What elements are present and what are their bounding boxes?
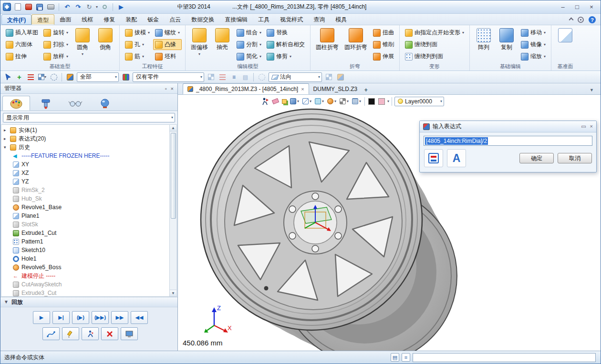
close-panel-icon[interactable]: ×: [171, 86, 174, 91]
wrap-to-face-button[interactable]: 缠绕到面: [403, 39, 466, 50]
revolve-button[interactable]: 旋转▾: [41, 27, 70, 38]
pick-from-list-icon[interactable]: ≡: [229, 72, 238, 81]
tree-item-xz[interactable]: XZ: [1, 169, 169, 177]
tab-surface[interactable]: 曲面: [54, 14, 76, 25]
gear-icon[interactable]: [578, 17, 584, 23]
new-tab-button[interactable]: +: [362, 86, 370, 94]
tab-tools[interactable]: 工具: [253, 14, 275, 25]
undo-button[interactable]: ↶: [63, 3, 72, 11]
torus-bend-button[interactable]: 圆环折弯: [342, 27, 369, 51]
taper-button[interactable]: 锥削: [371, 39, 396, 50]
layers-icon[interactable]: [281, 96, 288, 106]
replay-fast-to-button[interactable]: (▶▶): [92, 311, 109, 324]
tree-item-stop-marker[interactable]: ← 建模停止 -----: [1, 272, 169, 280]
save-button[interactable]: [35, 3, 44, 11]
insert-expression-button[interactable]: [424, 149, 443, 167]
tab-file[interactable]: 文件(F): [1, 14, 31, 25]
selection-list-icon[interactable]: [26, 72, 35, 81]
simplify-button[interactable]: 简化▾: [235, 51, 263, 62]
layer-dropdown[interactable]: Layer0000 ▾: [394, 97, 444, 106]
tree-item-cutawaysketch[interactable]: CutAwaySketch: [1, 280, 169, 289]
tab-inquire[interactable]: 查询: [308, 14, 330, 25]
tab-mold[interactable]: 模具: [330, 14, 352, 25]
texture-mode-icon[interactable]: ▾: [339, 96, 350, 106]
cylinder-bend-button[interactable]: 圆柱折弯: [314, 27, 341, 51]
tree-item-rimsk2[interactable]: RimSk_2: [1, 186, 169, 194]
section-mode-icon[interactable]: ▾: [351, 96, 362, 106]
insert-sketch-button[interactable]: 插入草图: [4, 27, 40, 38]
refresh-button[interactable]: ↻: [85, 3, 93, 11]
pick-all-icon[interactable]: [218, 72, 227, 81]
tree-item-slotsk[interactable]: SlotSk: [1, 220, 169, 229]
status-list-icon[interactable]: ≡: [402, 353, 410, 362]
tab-sheetmetal[interactable]: 钣金: [142, 14, 164, 25]
chevron-down-icon[interactable]: ▾: [387, 100, 389, 103]
shell-button[interactable]: 抽壳: [212, 27, 233, 51]
expression-input[interactable]: [4805_14inch:RimDia]/2: [424, 136, 592, 146]
aux-icon-2[interactable]: [336, 72, 345, 81]
stock-button[interactable]: 坯料: [153, 51, 182, 62]
tree-item-pattern1[interactable]: Pattern1: [1, 237, 169, 246]
new-document-button[interactable]: [13, 3, 22, 11]
selection-grid-icon[interactable]: ▾: [38, 72, 47, 81]
dialog-title-bar[interactable]: 输入表达式 ▭ ×: [420, 121, 596, 132]
scroll-down-icon[interactable]: ▼: [170, 290, 176, 296]
tree-item-expressions[interactable]: ▸ 表达式(20): [1, 134, 169, 143]
thread-button[interactable]: 螺纹▾: [153, 27, 182, 38]
lasso-select-icon[interactable]: [49, 72, 58, 81]
replay-run-button[interactable]: [82, 327, 99, 340]
comment-icon[interactable]: ▭: [581, 123, 586, 130]
collapse-ribbon-icon[interactable]: [569, 18, 574, 22]
color-palette-icon[interactable]: [65, 72, 74, 81]
tree-item-revolve1[interactable]: Revolve1_Base: [1, 203, 169, 212]
tab-repair[interactable]: 修复: [98, 14, 120, 25]
command-input[interactable]: [413, 353, 596, 362]
play-macro-button[interactable]: ▶: [117, 3, 125, 11]
tab-assembly[interactable]: 装配: [120, 14, 142, 25]
combine-button[interactable]: 组合▾: [235, 27, 263, 38]
hole-button[interactable]: 孔▾: [123, 39, 152, 50]
tab-view-manager[interactable]: [91, 96, 119, 111]
replay-play-to-button[interactable]: (▶): [72, 311, 89, 324]
tree-item-extrude1cut[interactable]: Extrude1_Cut: [1, 229, 169, 237]
expander-icon[interactable]: ▸: [4, 136, 10, 141]
document-tab-inactive[interactable]: DUMMY_SLD.Z3: [309, 83, 362, 94]
expander-icon[interactable]: ▸: [4, 128, 10, 132]
replay-play-button[interactable]: ▶: [33, 311, 50, 324]
stretch-button[interactable]: 伸展: [371, 51, 396, 62]
show-filter-dropdown[interactable]: 显示常用 ▾: [3, 113, 175, 122]
replay-curve-button[interactable]: [42, 327, 60, 340]
expander-icon[interactable]: ▾: [4, 145, 10, 150]
render-mode-icon[interactable]: ▾: [326, 96, 337, 106]
scrollbar-thumb[interactable]: [171, 133, 176, 219]
status-grid-icon[interactable]: ▤: [391, 353, 399, 362]
replay-edit-button[interactable]: [62, 327, 79, 340]
redo-button[interactable]: ↷: [74, 3, 83, 11]
datum-plane-button[interactable]: [555, 27, 576, 42]
sweep-button[interactable]: 扫掠▾: [41, 39, 70, 50]
box-button[interactable]: 六面体: [4, 39, 40, 50]
tree-item-yz[interactable]: YZ: [1, 177, 169, 186]
float-panel-icon[interactable]: ▫: [165, 86, 167, 91]
ok-button[interactable]: 确定: [519, 153, 554, 163]
maximize-button[interactable]: □: [570, 2, 584, 12]
options-icon[interactable]: [100, 3, 109, 11]
divide-button[interactable]: 分割▾: [235, 39, 263, 50]
print-button[interactable]: [46, 3, 55, 11]
tree-item-revolve5[interactable]: Revolve5_Boss: [1, 263, 169, 272]
cancel-button[interactable]: 取消: [558, 153, 592, 163]
normal-dropdown[interactable]: 法向 ▾: [269, 72, 322, 82]
face-color-swatch[interactable]: [377, 96, 386, 106]
face-display-icon[interactable]: ▾: [314, 96, 325, 106]
exit-icon[interactable]: [260, 96, 270, 106]
tree-item-hole1[interactable]: Hole1: [1, 254, 169, 263]
resolve-selfx-button[interactable]: 解析自相交: [265, 39, 307, 50]
viewport-3d[interactable]: ▾ ▾ ▾ ▾ ▾ ▾ ▾ Layer0000 ▾: [178, 95, 601, 351]
filter-all-dropdown[interactable]: 全部 ▾: [77, 72, 119, 82]
tab-visual-style[interactable]: 视觉样式: [275, 14, 308, 25]
tab-visibility-manager[interactable]: [62, 96, 89, 111]
replay-step-button[interactable]: ▶|: [52, 311, 70, 324]
tree-scrollbar[interactable]: ▲ ▼: [169, 125, 176, 296]
close-button[interactable]: ×: [584, 2, 599, 12]
text-format-button[interactable]: A: [447, 149, 466, 167]
